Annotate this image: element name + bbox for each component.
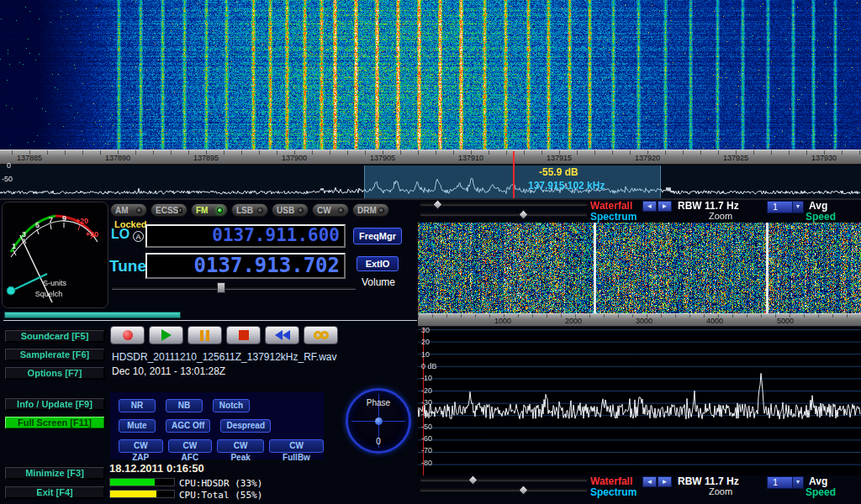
zoom-left-button[interactable]: ◄	[642, 201, 657, 212]
loop-button[interactable]	[304, 326, 338, 344]
spectrum-tab[interactable]: Spectrum	[590, 211, 637, 223]
cw-peak-button[interactable]: CW Peak	[217, 439, 264, 453]
cpu-total-bar	[109, 490, 175, 498]
samplerate-button[interactable]: Samplerate [F6]	[4, 348, 105, 361]
waterfall-tab[interactable]: Waterfall	[590, 200, 632, 212]
squelch-level-bar[interactable]	[4, 312, 181, 318]
lo-a-badge[interactable]: A	[133, 231, 144, 242]
minimize-button[interactable]: Minimize [F3]	[4, 466, 105, 480]
tune-label: Tune	[109, 257, 146, 276]
waterfall-contrast-thumb[interactable]	[432, 199, 443, 210]
options-button[interactable]: Options [F7]	[4, 366, 105, 380]
mode-usb-button[interactable]: USB	[272, 203, 309, 217]
stop-icon	[239, 330, 249, 340]
mute-button[interactable]: Mute	[119, 419, 156, 433]
mode-am-button[interactable]: AM	[110, 203, 147, 217]
spectrum-range-slider[interactable]	[420, 488, 588, 492]
pause-button[interactable]	[188, 326, 222, 344]
smeter-units-label: S-units	[43, 279, 67, 287]
display-controls-bottom: Waterfall Spectrum ◄ ► RBW 11.7 Hz Zoom …	[418, 475, 861, 497]
frequency-ruler[interactable]: 137885 137890 137895 137900 137905 13791…	[0, 150, 861, 165]
spectrum-tab[interactable]: Spectrum	[590, 486, 637, 498]
lo-label: LO	[111, 227, 129, 242]
mode-led-icon	[298, 207, 304, 213]
db-scale-label: 0 dB	[421, 362, 437, 370]
agc-button[interactable]: AGC Off	[166, 419, 210, 433]
volume-slider-thumb[interactable]	[217, 282, 225, 293]
zoom-right-button[interactable]: ►	[658, 476, 672, 487]
record-icon	[123, 330, 133, 340]
waterfall-contrast-thumb[interactable]	[467, 475, 478, 486]
lo-frequency-display[interactable]: 0137.911.600	[145, 224, 346, 248]
chevron-down-icon[interactable]: ▼	[792, 477, 803, 488]
cpu-hdsdr-label: CPU:HDSDR (33%)	[179, 478, 262, 489]
strip-db-label: 0	[7, 161, 11, 170]
rbw-readout: RBW 11.7 Hz	[678, 475, 739, 487]
play-button[interactable]	[149, 326, 183, 344]
speed-label: Speed	[806, 211, 836, 223]
rf-spectrum-panel[interactable]: 30 20 10 0 dB -10 -20 -30 -40 -50 -60 -7…	[418, 328, 861, 475]
nr-button[interactable]: NR	[119, 399, 156, 412]
soundcard-button[interactable]: Soundcard [F5]	[4, 329, 105, 343]
avg-select[interactable]: 1 ▼	[767, 476, 804, 489]
mode-fm-button[interactable]: FM	[191, 203, 228, 217]
nb-button[interactable]: NB	[166, 399, 203, 412]
tune-frequency-display[interactable]: 0137.913.702	[145, 253, 346, 279]
avg-select[interactable]: 1 ▼	[767, 201, 804, 213]
dsp-panel: NR NB Notch Mute AGC Off Despread CW ZAP…	[110, 392, 324, 459]
avg-label: Avg	[809, 200, 827, 212]
fullscreen-button[interactable]: Full Screen [F11]	[4, 416, 105, 429]
mode-drm-button[interactable]: DRM	[352, 203, 389, 217]
waterfall-tab[interactable]: Waterfall	[590, 475, 632, 487]
waterfall-contrast-slider[interactable]	[420, 202, 588, 207]
smeter-scale-label: +40	[86, 230, 98, 239]
exit-button[interactable]: Exit [F4]	[4, 486, 105, 499]
smeter-scale-label: 5	[35, 221, 40, 229]
cw-zap-button[interactable]: CW ZAP	[119, 439, 163, 453]
avg-label: Avg	[809, 475, 827, 487]
phase-scope: Phase 0	[346, 388, 411, 454]
db-scale-label: -70	[421, 446, 432, 454]
play-icon	[161, 329, 172, 341]
chevron-down-icon[interactable]: ▼	[792, 202, 803, 213]
zoom-right-button[interactable]: ►	[658, 201, 672, 212]
mode-lsb-button[interactable]: LSB	[231, 203, 268, 217]
spectrum-range-thumb[interactable]	[518, 209, 529, 220]
mode-cw-button[interactable]: CW	[312, 203, 349, 217]
rewind-icon	[275, 330, 290, 340]
stop-button[interactable]	[226, 326, 261, 344]
zoom-left-button[interactable]: ◄	[642, 476, 657, 487]
audio-frequency-ruler[interactable]: 1000 2000 3000 4000 5000	[418, 313, 861, 327]
mode-led-icon	[217, 207, 223, 213]
volume-label: Volume	[362, 276, 395, 288]
cw-afc-button[interactable]: CW AFC	[168, 439, 213, 453]
recording-timestamp: Dec 10, 2011 - 13:01:28Z	[112, 365, 225, 377]
extio-button[interactable]: ExtIO	[357, 256, 399, 271]
mode-led-icon	[338, 207, 344, 213]
spectrum-range-thumb[interactable]	[518, 485, 529, 496]
main-waterfall-display[interactable]	[0, 0, 861, 150]
db-scale-label: 30	[421, 326, 430, 334]
mode-ecss-button[interactable]: ECSS	[151, 203, 188, 217]
display-controls-top: Waterfall Spectrum ◄ ► RBW 11.7 Hz Zoom …	[418, 200, 861, 222]
despread-button[interactable]: Despread	[220, 419, 271, 433]
spectrum-range-slider[interactable]	[420, 213, 588, 217]
rf-waterfall-display[interactable]	[418, 223, 861, 313]
cw-fullbw-button[interactable]: CW FullBw	[269, 439, 324, 453]
zoom-label: Zoom	[709, 486, 732, 496]
notch-button[interactable]: Notch	[213, 399, 250, 412]
hdsdr-window: 137885 137890 137895 137900 137905 13791…	[0, 0, 861, 504]
freq-tick-label: 137885	[17, 154, 42, 162]
mode-led-icon	[257, 207, 263, 213]
overview-spectrum-panel[interactable]: -55.9 dB 137.915.102 kHz	[0, 165, 861, 198]
freq-tick-label: 1000	[494, 317, 511, 325]
freq-tick-label: 137920	[635, 154, 660, 162]
rewind-button[interactable]	[265, 326, 299, 344]
freq-tick-label: 137915	[547, 154, 572, 162]
record-button[interactable]	[110, 326, 145, 344]
rf-spectrum-display[interactable]	[418, 328, 861, 475]
volume-slider[interactable]	[112, 286, 356, 290]
freqmgr-button[interactable]: FreqMgr	[353, 228, 402, 244]
info-update-button[interactable]: Info / Update [F9]	[4, 397, 105, 411]
waterfall-contrast-slider[interactable]	[420, 478, 588, 482]
